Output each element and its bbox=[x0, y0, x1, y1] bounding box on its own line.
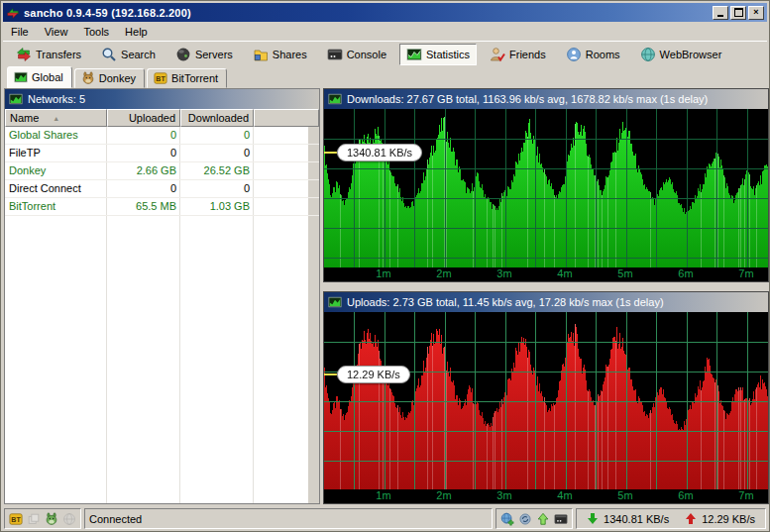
column-header-name[interactable]: Name ▲ bbox=[5, 109, 107, 127]
bittorrent-status-icon[interactable]: BT bbox=[9, 512, 23, 526]
network-status-icons: BT bbox=[4, 508, 81, 529]
column-header-downloaded[interactable]: Downloaded bbox=[180, 109, 254, 127]
downloads-panel-header: Downloads: 27.67 GB total, 1163.96 kb/s … bbox=[324, 89, 768, 109]
console-status-icon[interactable] bbox=[554, 512, 568, 526]
downloads-panel: Downloads: 27.67 GB total, 1163.96 kb/s … bbox=[323, 88, 769, 282]
donkey-icon bbox=[81, 71, 95, 85]
x-tick-label: 4m bbox=[557, 489, 572, 502]
toolbar-search[interactable]: Search bbox=[94, 44, 163, 65]
menu-help[interactable]: Help bbox=[117, 24, 156, 40]
uploads-panel-title: Uploads: 2.73 GB total, 11.45 kb/s avg, … bbox=[347, 296, 664, 308]
close-button[interactable]: × bbox=[748, 6, 764, 20]
webbrowser-icon bbox=[640, 47, 656, 62]
current-value-tick bbox=[324, 373, 337, 375]
x-tick-label: 3m bbox=[496, 267, 511, 280]
servers-icon bbox=[175, 47, 191, 62]
x-tick-label: 5m bbox=[617, 267, 632, 280]
tab-bittorrent[interactable]: BT BitTorrent bbox=[147, 68, 227, 88]
toolbar-webbrowser[interactable]: WebBrowser bbox=[633, 44, 729, 65]
x-tick-label: 6m bbox=[678, 489, 693, 502]
svg-text:BT: BT bbox=[11, 516, 21, 523]
toolbar-friends[interactable]: Friends bbox=[483, 44, 553, 65]
connection-status-section: Connected bbox=[84, 508, 493, 529]
downloads-plot: 1340.81 KB/s bbox=[324, 109, 768, 267]
table-row-global-shares[interactable]: Global Shares 0 0 bbox=[5, 127, 319, 145]
networks-panel: Networks: 5 Name ▲ Uploaded Downloaded G… bbox=[4, 88, 320, 504]
column-header-uploaded[interactable]: Uploaded bbox=[107, 109, 180, 127]
global-chart-icon bbox=[14, 70, 28, 84]
column-header-empty bbox=[254, 109, 319, 127]
downloads-chart-icon bbox=[328, 92, 342, 106]
maximize-button[interactable] bbox=[730, 6, 746, 20]
uploads-time-axis: 1m2m3m4m5m6m7m bbox=[324, 489, 768, 503]
table-row-filetp[interactable]: FileTP 0 0 bbox=[5, 145, 319, 162]
uploads-graph-canvas bbox=[324, 312, 768, 489]
table-row-bittorrent[interactable]: BitTorrent 65.5 MB 1.03 GB bbox=[5, 198, 319, 216]
x-tick-label: 1m bbox=[376, 489, 390, 502]
upload-shares-icon[interactable] bbox=[536, 512, 550, 526]
menu-view[interactable]: View bbox=[37, 24, 76, 40]
table-row-donkey[interactable]: Donkey 2.66 GB 26.52 GB bbox=[5, 162, 319, 180]
networks-chart-icon bbox=[9, 92, 23, 106]
download-arrow-icon bbox=[587, 512, 601, 526]
tab-global[interactable]: Global bbox=[7, 66, 72, 88]
statistics-icon bbox=[406, 47, 422, 62]
donkey-status-icon[interactable] bbox=[45, 512, 58, 526]
transfer-speeds-section: 1340.81 KB/s 12.29 KB/s bbox=[576, 508, 766, 529]
table-header-row: Name ▲ Uploaded Downloaded bbox=[5, 109, 319, 127]
x-tick-label: 6m bbox=[678, 267, 693, 280]
tab-donkey[interactable]: Donkey bbox=[74, 68, 145, 88]
bittorrent-icon: BT bbox=[154, 71, 167, 85]
shares-icon bbox=[253, 47, 269, 62]
sort-ascending-icon: ▲ bbox=[53, 115, 59, 122]
friends-icon bbox=[490, 47, 505, 62]
uploads-panel: Uploads: 2.73 GB total, 11.45 kb/s avg, … bbox=[323, 291, 769, 504]
downloads-panel-title: Downloads: 27.67 GB total, 1163.96 kb/s … bbox=[347, 93, 708, 105]
menu-bar: File View Tools Help bbox=[3, 22, 767, 41]
current-download-tooltip: 1340.81 KB/s bbox=[337, 144, 422, 161]
x-tick-label: 5m bbox=[617, 489, 632, 502]
globe-status-icon[interactable] bbox=[62, 512, 76, 526]
x-tick-label: 7m bbox=[738, 267, 753, 280]
download-speed-text: 1340.81 KB/s bbox=[604, 513, 669, 525]
current-value-tick bbox=[324, 152, 337, 154]
server-sync-icon[interactable] bbox=[518, 512, 532, 526]
toolbar-shares[interactable]: Shares bbox=[246, 44, 314, 65]
toolbar-transfers[interactable]: Transfers bbox=[9, 44, 88, 65]
current-upload-tooltip: 12.29 KB/s bbox=[337, 366, 410, 383]
svg-text:BT: BT bbox=[156, 75, 165, 82]
toolbar-statistics[interactable]: Statistics bbox=[399, 44, 477, 65]
downloads-graph-canvas bbox=[324, 109, 768, 267]
upload-arrow-icon bbox=[685, 512, 699, 526]
networks-panel-title: Networks: 5 bbox=[28, 93, 85, 105]
table-row-direct-connect[interactable]: Direct Connect 0 0 bbox=[5, 180, 319, 198]
networks-panel-header: Networks: 5 bbox=[5, 89, 319, 109]
status-bar: BT Connected 1340.81 KB/s 12.29 KB/s bbox=[4, 508, 766, 529]
quick-action-icons bbox=[495, 508, 573, 529]
networks-table-body: Global Shares 0 0 FileTP 0 0 Donkey 2.66… bbox=[5, 127, 319, 503]
app-icon bbox=[6, 6, 20, 20]
upload-speed: 12.29 KB/s bbox=[679, 512, 761, 526]
x-tick-label: 2m bbox=[436, 267, 451, 280]
title-bar[interactable]: sancho 0.9.4-59 (192.168.2.200) × bbox=[3, 3, 767, 22]
window-title: sancho 0.9.4-59 (192.168.2.200) bbox=[24, 7, 191, 19]
x-tick-label: 7m bbox=[738, 489, 753, 502]
menu-tools[interactable]: Tools bbox=[75, 24, 117, 40]
toolbar-servers[interactable]: Servers bbox=[168, 44, 240, 65]
main-toolbar: Transfers Search Servers Shares Console … bbox=[3, 41, 767, 66]
web-add-icon[interactable] bbox=[500, 512, 514, 526]
downloads-time-axis: 1m2m3m4m5m6m7m bbox=[324, 267, 768, 281]
toolbar-console[interactable]: Console bbox=[320, 44, 393, 65]
search-icon bbox=[101, 47, 117, 62]
x-tick-label: 1m bbox=[376, 267, 390, 280]
rooms-icon bbox=[566, 47, 582, 62]
x-tick-label: 2m bbox=[436, 489, 451, 502]
toolbar-rooms[interactable]: Rooms bbox=[559, 44, 627, 65]
transfers-icon bbox=[16, 47, 32, 62]
upload-speed-text: 12.29 KB/s bbox=[702, 513, 755, 525]
directconnect-status-icon[interactable] bbox=[27, 512, 41, 526]
minimize-button[interactable] bbox=[713, 6, 728, 20]
connection-status-text: Connected bbox=[89, 513, 142, 525]
menu-file[interactable]: File bbox=[3, 24, 37, 40]
download-speed: 1340.81 KB/s bbox=[581, 512, 675, 526]
